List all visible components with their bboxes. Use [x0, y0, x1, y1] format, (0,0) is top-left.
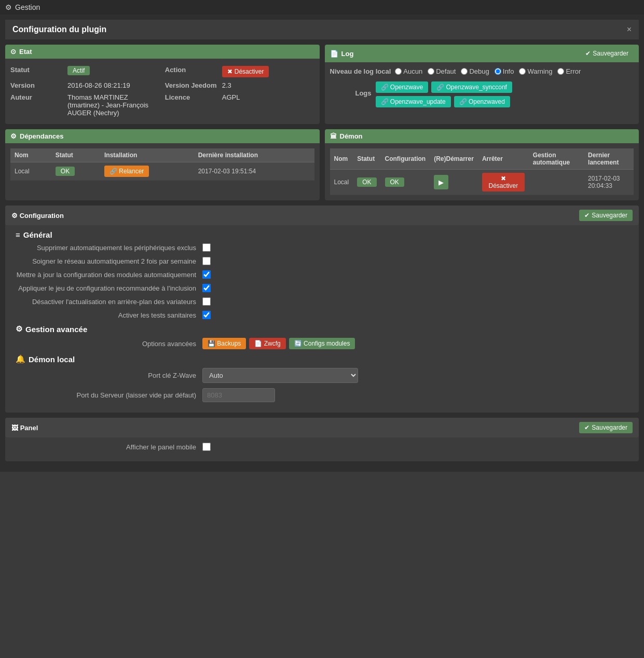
- panel-header: 🖼 Panel ✔ Sauvegarder: [5, 418, 639, 437]
- field-label-0: Supprimer automatiquement les périphériq…: [16, 244, 202, 252]
- title-label: Gestion: [15, 3, 40, 11]
- form-row-3: Appliquer le jeu de configuration recomm…: [16, 284, 628, 292]
- port-zwave-select[interactable]: Auto: [202, 368, 358, 383]
- field-label-5: Activer les tests sanitaires: [16, 311, 202, 319]
- deactivate-button[interactable]: ✖ Désactiver: [222, 66, 269, 77]
- title-icon: ⚙: [5, 3, 12, 11]
- close-button[interactable]: ×: [627, 25, 632, 34]
- log-openzwave-update-button[interactable]: 🔗 Openzwave_update: [376, 96, 451, 107]
- panel-content: Afficher le panel mobile: [10, 443, 634, 451]
- backups-button[interactable]: 💾 Backups: [202, 338, 246, 349]
- arreter-button[interactable]: ✖ Désactiver: [482, 173, 525, 191]
- dep-col-nom: Nom: [10, 148, 51, 162]
- log-icon: 📄: [330, 50, 338, 58]
- etat-icon: ⊙: [10, 48, 16, 56]
- field-checkbox-4[interactable]: [202, 297, 211, 306]
- radio-aucun[interactable]: Aucun: [395, 67, 422, 75]
- demon-dernier: 2017-02-03 20:04:33: [584, 170, 634, 195]
- log-openzwave-syncconf-button[interactable]: 🔗 Openzwave_syncconf: [431, 81, 512, 93]
- demon-col-gestion: Gestion automatique: [529, 148, 584, 170]
- relancer-button[interactable]: 🔗 Relancer: [104, 166, 149, 177]
- port-serveur-input[interactable]: [202, 388, 275, 402]
- log-panel: 📄 Log ✔ Sauvegarder Niveau de log local …: [325, 45, 639, 124]
- dialog-title-bar: Configuration du plugin ×: [5, 20, 639, 39]
- demon-panel: 🏛 Démon Nom Statut Configuration (Re)Dém…: [325, 129, 639, 200]
- radio-defaut[interactable]: Defaut: [428, 67, 456, 75]
- configuration-header: ⚙ Configuration ✔ Sauvegarder: [5, 205, 639, 225]
- demon-nom: Local: [330, 170, 353, 195]
- dep-statut: OK: [51, 162, 100, 181]
- dependances-table: Nom Statut Installation Dernière install…: [10, 148, 314, 181]
- action-label: Action: [165, 66, 217, 74]
- port-serveur-row: Port du Serveur (laisser vide par défaut…: [16, 388, 628, 402]
- demon-demarrer: ▶: [430, 170, 478, 195]
- action-value: ✖ Désactiver: [222, 66, 314, 77]
- port-zwave-row: Port clé Z-Wave Auto: [16, 368, 628, 383]
- etat-panel: ⊙ Etat Statut Actif Action ✖ Désactiver …: [5, 45, 320, 124]
- demon-table: Nom Statut Configuration (Re)Démarrer Ar…: [330, 148, 634, 195]
- version-jeedom-value: 2.3: [222, 81, 314, 89]
- dep-col-install: Installation: [100, 148, 194, 162]
- log-openzwaved-button[interactable]: 🔗 Openzwaved: [454, 96, 510, 107]
- dep-icon: ⚙: [10, 132, 17, 140]
- field-checkbox-3[interactable]: [202, 284, 211, 292]
- panel-save-button[interactable]: ✔ Sauvegarder: [579, 422, 633, 433]
- form-row-5: Activer les tests sanitaires: [16, 311, 628, 319]
- general-section: ≡ Général Supprimer automatiquement les …: [10, 230, 634, 402]
- radio-error[interactable]: Error: [557, 67, 581, 75]
- gestion-avancee-row: Options avancées 💾 Backups 📄 Zwcfg 🔄 Con…: [16, 338, 628, 349]
- config-save-button[interactable]: ✔ Sauvegarder: [579, 210, 633, 221]
- demon-col-dernier: Dernier lancement: [584, 148, 634, 170]
- dep-col-derniere: Dernière installation: [194, 148, 314, 162]
- logs-label: Logs: [330, 89, 372, 97]
- statut-label: Statut: [10, 66, 62, 74]
- log-header: 📄 Log ✔ Sauvegarder: [325, 45, 639, 62]
- version-jeedom-label: Version Jeedom: [165, 81, 217, 89]
- demon-col-config: Configuration: [381, 148, 430, 170]
- configs-modules-button[interactable]: 🔄 Configs modules: [289, 338, 355, 349]
- field-checkbox-1[interactable]: [202, 257, 211, 265]
- form-row-4: Désactiver l'actualisation en arrière-pl…: [16, 297, 628, 306]
- version-value: 2016-08-26 08:21:19: [67, 81, 160, 89]
- licence-value: AGPL: [222, 93, 314, 101]
- form-row-1: Soigner le réseau automatiquement 2 fois…: [16, 257, 628, 265]
- log-btn-row-2: 🔗 Openzwave_update 🔗 Openzwaved: [376, 96, 512, 107]
- statut-value: Actif: [67, 66, 160, 75]
- configuration-section: ⚙ Configuration ✔ Sauvegarder ≡ Général …: [5, 205, 639, 413]
- demon-header: 🏛 Démon: [325, 129, 639, 143]
- log-btn-row-1: 🔗 Openzwave 🔗 Openzwave_syncconf: [376, 81, 512, 93]
- title-bar: ⚙ Gestion: [0, 0, 644, 15]
- demarrer-button[interactable]: ▶: [434, 175, 448, 189]
- main-container: Configuration du plugin × ⊙ Etat Statut …: [0, 15, 644, 472]
- zwcfg-button[interactable]: 📄 Zwcfg: [249, 338, 285, 349]
- radio-warning[interactable]: Warning: [519, 67, 552, 75]
- port-serveur-label: Port du Serveur (laisser vide par défaut…: [16, 391, 202, 399]
- etat-grid: Statut Actif Action ✖ Désactiver Version…: [10, 64, 314, 119]
- field-checkbox-0[interactable]: [202, 243, 211, 252]
- panel-field-label-0: Afficher le panel mobile: [16, 443, 202, 451]
- demon-statut: OK: [353, 170, 380, 195]
- config-header-text: ⚙ Configuration: [11, 212, 64, 220]
- auteur-label: Auteur: [10, 93, 62, 101]
- demon-local-title: 🔔 Démon local: [16, 354, 628, 364]
- log-niveau-row: Niveau de log local Aucun Defaut Debug I…: [330, 67, 634, 75]
- field-checkbox-2[interactable]: [202, 270, 211, 279]
- demon-config: OK: [381, 170, 430, 195]
- demon-col-arreter: Arrêter: [478, 148, 529, 170]
- log-openzwave-button[interactable]: 🔗 Openzwave: [376, 81, 429, 93]
- log-save-button[interactable]: ✔ Sauvegarder: [580, 48, 634, 59]
- form-row-0: Supprimer automatiquement les périphériq…: [16, 243, 628, 252]
- demon-gestion: [529, 170, 584, 195]
- field-checkbox-5[interactable]: [202, 311, 211, 319]
- radio-debug[interactable]: Debug: [461, 67, 489, 75]
- radio-info[interactable]: Info: [495, 67, 514, 75]
- general-title: ≡ Général: [16, 230, 628, 239]
- demon-icon: 🏛: [330, 132, 337, 140]
- table-row: Local OK OK ▶ ✖ Désactiver 2017-02-03 20…: [330, 170, 634, 195]
- statut-badge: Actif: [67, 66, 90, 75]
- panel-field-checkbox-0[interactable]: [202, 443, 211, 451]
- field-label-2: Mettre à jour la configuration des modul…: [16, 271, 202, 279]
- demon-col-nom: Nom: [330, 148, 353, 170]
- dep-install: 🔗 Relancer: [100, 162, 194, 181]
- form-row-2: Mettre à jour la configuration des modul…: [16, 270, 628, 279]
